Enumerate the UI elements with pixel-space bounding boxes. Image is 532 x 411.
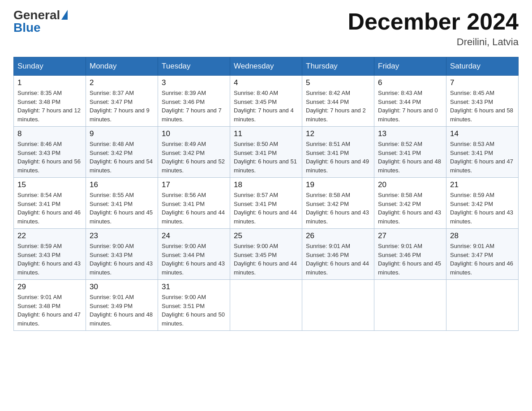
day-info: Sunrise: 9:01 AMSunset: 3:47 PMDaylight:… bbox=[450, 242, 515, 277]
calendar-week-1: 1Sunrise: 8:35 AMSunset: 3:48 PMDaylight… bbox=[14, 76, 519, 127]
day-number: 28 bbox=[450, 231, 515, 240]
day-info: Sunrise: 8:55 AMSunset: 3:41 PMDaylight:… bbox=[90, 191, 154, 226]
calendar-cell: 23Sunrise: 9:00 AMSunset: 3:43 PMDayligh… bbox=[86, 229, 158, 280]
day-number: 2 bbox=[90, 78, 154, 87]
day-info: Sunrise: 8:59 AMSunset: 3:43 PMDaylight:… bbox=[17, 242, 82, 277]
calendar-table: SundayMondayTuesdayWednesdayThursdayFrid… bbox=[13, 57, 519, 331]
calendar-cell bbox=[230, 280, 302, 331]
day-info: Sunrise: 8:39 AMSunset: 3:46 PMDaylight:… bbox=[162, 89, 226, 124]
day-info: Sunrise: 9:01 AMSunset: 3:46 PMDaylight:… bbox=[306, 242, 370, 277]
day-header-tuesday: Tuesday bbox=[158, 57, 230, 76]
month-title: December 2024 bbox=[348, 9, 519, 34]
day-number: 13 bbox=[378, 129, 442, 138]
calendar-cell: 7Sunrise: 8:45 AMSunset: 3:43 PMDaylight… bbox=[446, 76, 519, 127]
day-number: 27 bbox=[378, 231, 442, 240]
day-info: Sunrise: 9:01 AMSunset: 3:46 PMDaylight:… bbox=[378, 242, 442, 277]
day-number: 19 bbox=[306, 180, 370, 189]
day-info: Sunrise: 8:52 AMSunset: 3:41 PMDaylight:… bbox=[378, 140, 442, 175]
day-info: Sunrise: 8:42 AMSunset: 3:44 PMDaylight:… bbox=[306, 89, 370, 124]
day-number: 8 bbox=[17, 129, 82, 138]
day-info: Sunrise: 9:01 AMSunset: 3:48 PMDaylight:… bbox=[17, 293, 82, 328]
day-header-saturday: Saturday bbox=[446, 57, 519, 76]
calendar-cell: 12Sunrise: 8:51 AMSunset: 3:41 PMDayligh… bbox=[302, 127, 374, 178]
day-number: 6 bbox=[378, 78, 442, 87]
day-header-friday: Friday bbox=[374, 57, 446, 76]
day-info: Sunrise: 8:59 AMSunset: 3:42 PMDaylight:… bbox=[450, 191, 515, 226]
day-number: 31 bbox=[162, 283, 226, 291]
calendar-cell bbox=[374, 280, 446, 331]
day-number: 29 bbox=[17, 283, 82, 291]
calendar-cell: 15Sunrise: 8:54 AMSunset: 3:41 PMDayligh… bbox=[14, 178, 86, 229]
calendar-cell: 26Sunrise: 9:01 AMSunset: 3:46 PMDayligh… bbox=[302, 229, 374, 280]
day-number: 17 bbox=[162, 180, 226, 189]
calendar-cell: 16Sunrise: 8:55 AMSunset: 3:41 PMDayligh… bbox=[86, 178, 158, 229]
day-info: Sunrise: 8:57 AMSunset: 3:41 PMDaylight:… bbox=[234, 191, 298, 226]
day-number: 20 bbox=[378, 180, 442, 189]
calendar-cell: 11Sunrise: 8:50 AMSunset: 3:41 PMDayligh… bbox=[230, 127, 302, 178]
day-info: Sunrise: 9:01 AMSunset: 3:49 PMDaylight:… bbox=[90, 293, 154, 328]
calendar-cell: 31Sunrise: 9:00 AMSunset: 3:51 PMDayligh… bbox=[158, 280, 230, 331]
day-info: Sunrise: 9:00 AMSunset: 3:44 PMDaylight:… bbox=[162, 242, 226, 277]
page-header: General Blue December 2024 Dreilini, Lat… bbox=[13, 9, 519, 48]
calendar-cell: 13Sunrise: 8:52 AMSunset: 3:41 PMDayligh… bbox=[374, 127, 446, 178]
day-number: 7 bbox=[450, 78, 515, 87]
day-number: 11 bbox=[234, 129, 298, 138]
day-info: Sunrise: 8:58 AMSunset: 3:42 PMDaylight:… bbox=[378, 191, 442, 226]
calendar-week-2: 8Sunrise: 8:46 AMSunset: 3:43 PMDaylight… bbox=[14, 127, 519, 178]
calendar-cell: 18Sunrise: 8:57 AMSunset: 3:41 PMDayligh… bbox=[230, 178, 302, 229]
calendar-cell: 9Sunrise: 8:48 AMSunset: 3:42 PMDaylight… bbox=[86, 127, 158, 178]
day-header-sunday: Sunday bbox=[14, 57, 86, 76]
logo-triangle-icon bbox=[61, 10, 68, 20]
logo: General Blue bbox=[13, 9, 68, 34]
calendar-cell bbox=[446, 280, 519, 331]
day-number: 5 bbox=[306, 78, 370, 87]
day-number: 30 bbox=[90, 283, 154, 291]
day-info: Sunrise: 8:51 AMSunset: 3:41 PMDaylight:… bbox=[306, 140, 370, 175]
calendar-cell: 29Sunrise: 9:01 AMSunset: 3:48 PMDayligh… bbox=[14, 280, 86, 331]
calendar-cell: 22Sunrise: 8:59 AMSunset: 3:43 PMDayligh… bbox=[14, 229, 86, 280]
day-number: 12 bbox=[306, 129, 370, 138]
calendar-cell: 2Sunrise: 8:37 AMSunset: 3:47 PMDaylight… bbox=[86, 76, 158, 127]
day-number: 15 bbox=[17, 180, 82, 189]
title-area: December 2024 Dreilini, Latvia bbox=[348, 9, 519, 48]
day-number: 23 bbox=[90, 231, 154, 240]
calendar-cell: 1Sunrise: 8:35 AMSunset: 3:48 PMDaylight… bbox=[14, 76, 86, 127]
day-header-monday: Monday bbox=[86, 57, 158, 76]
calendar-cell: 25Sunrise: 9:00 AMSunset: 3:45 PMDayligh… bbox=[230, 229, 302, 280]
day-number: 14 bbox=[450, 129, 515, 138]
day-info: Sunrise: 8:43 AMSunset: 3:44 PMDaylight:… bbox=[378, 89, 442, 124]
day-info: Sunrise: 8:45 AMSunset: 3:43 PMDaylight:… bbox=[450, 89, 515, 124]
day-number: 1 bbox=[17, 78, 82, 87]
day-number: 24 bbox=[162, 231, 226, 240]
calendar-cell: 24Sunrise: 9:00 AMSunset: 3:44 PMDayligh… bbox=[158, 229, 230, 280]
calendar-cell: 3Sunrise: 8:39 AMSunset: 3:46 PMDaylight… bbox=[158, 76, 230, 127]
day-number: 21 bbox=[450, 180, 515, 189]
calendar-cell: 6Sunrise: 8:43 AMSunset: 3:44 PMDaylight… bbox=[374, 76, 446, 127]
logo-blue-text: Blue bbox=[13, 21, 41, 34]
day-info: Sunrise: 9:00 AMSunset: 3:45 PMDaylight:… bbox=[234, 242, 298, 277]
calendar-week-5: 29Sunrise: 9:01 AMSunset: 3:48 PMDayligh… bbox=[14, 280, 519, 331]
day-number: 10 bbox=[162, 129, 226, 138]
day-info: Sunrise: 8:58 AMSunset: 3:42 PMDaylight:… bbox=[306, 191, 370, 226]
day-number: 3 bbox=[162, 78, 226, 87]
day-number: 26 bbox=[306, 231, 370, 240]
day-number: 18 bbox=[234, 180, 298, 189]
calendar-cell: 27Sunrise: 9:01 AMSunset: 3:46 PMDayligh… bbox=[374, 229, 446, 280]
day-info: Sunrise: 8:49 AMSunset: 3:42 PMDaylight:… bbox=[162, 140, 226, 175]
calendar-cell: 17Sunrise: 8:56 AMSunset: 3:41 PMDayligh… bbox=[158, 178, 230, 229]
day-number: 9 bbox=[90, 129, 154, 138]
day-info: Sunrise: 8:37 AMSunset: 3:47 PMDaylight:… bbox=[90, 89, 154, 124]
calendar-week-3: 15Sunrise: 8:54 AMSunset: 3:41 PMDayligh… bbox=[14, 178, 519, 229]
day-number: 16 bbox=[90, 180, 154, 189]
calendar-cell: 10Sunrise: 8:49 AMSunset: 3:42 PMDayligh… bbox=[158, 127, 230, 178]
day-info: Sunrise: 8:50 AMSunset: 3:41 PMDaylight:… bbox=[234, 140, 298, 175]
calendar-cell: 8Sunrise: 8:46 AMSunset: 3:43 PMDaylight… bbox=[14, 127, 86, 178]
calendar-cell: 14Sunrise: 8:53 AMSunset: 3:41 PMDayligh… bbox=[446, 127, 519, 178]
day-info: Sunrise: 8:48 AMSunset: 3:42 PMDaylight:… bbox=[90, 140, 154, 175]
day-info: Sunrise: 8:56 AMSunset: 3:41 PMDaylight:… bbox=[162, 191, 226, 226]
day-header-wednesday: Wednesday bbox=[230, 57, 302, 76]
logo-general-text: General bbox=[13, 9, 60, 21]
calendar-cell: 5Sunrise: 8:42 AMSunset: 3:44 PMDaylight… bbox=[302, 76, 374, 127]
day-info: Sunrise: 8:54 AMSunset: 3:41 PMDaylight:… bbox=[17, 191, 82, 226]
location: Dreilini, Latvia bbox=[348, 36, 519, 48]
